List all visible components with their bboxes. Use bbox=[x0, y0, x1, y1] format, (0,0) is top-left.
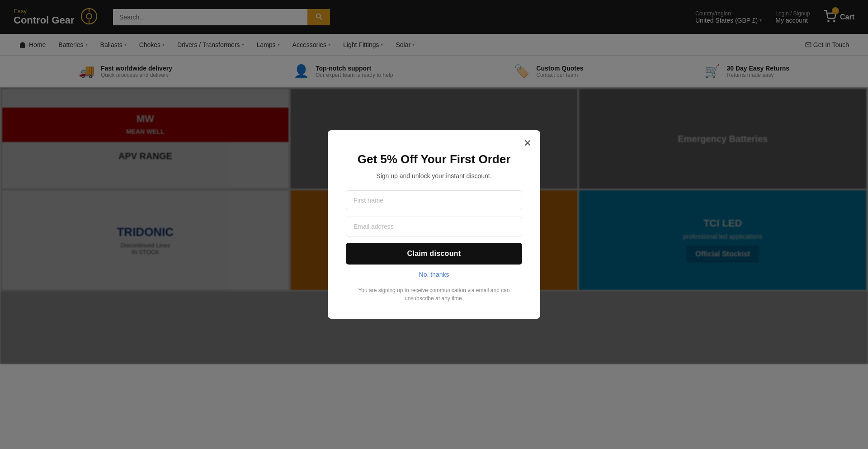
modal-close-button[interactable] bbox=[521, 137, 534, 149]
modal-title: Get 5% Off Your First Order bbox=[346, 152, 522, 167]
modal-subtitle: Sign up and unlock your instant discount… bbox=[346, 172, 522, 180]
close-icon bbox=[523, 138, 532, 147]
discount-modal: Get 5% Off Your First Order Sign up and … bbox=[328, 130, 540, 319]
claim-discount-button[interactable]: Claim discount bbox=[346, 243, 522, 265]
no-thanks-button[interactable]: No, thanks bbox=[346, 271, 522, 278]
modal-overlay: Get 5% Off Your First Order Sign up and … bbox=[0, 0, 868, 449]
first-name-input[interactable] bbox=[346, 190, 522, 210]
email-input[interactable] bbox=[346, 217, 522, 236]
modal-disclaimer: You are signing up to receive communicat… bbox=[346, 286, 522, 302]
